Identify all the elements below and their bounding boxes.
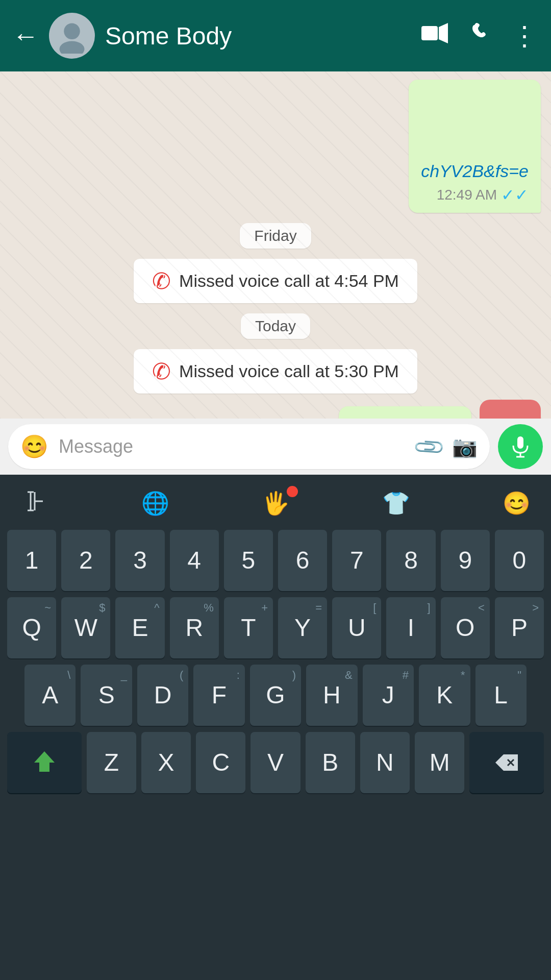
- key-o[interactable]: <O: [441, 597, 490, 658]
- back-button[interactable]: ←: [12, 20, 39, 51]
- message-input-box[interactable]: 😊 Message 📎 📷: [8, 424, 490, 469]
- shirt-key[interactable]: 👕: [375, 490, 416, 517]
- missed-call-text-2: Missed voice call at 5:30 PM: [179, 361, 399, 381]
- key-3[interactable]: 3: [115, 530, 164, 591]
- key-k[interactable]: *K: [419, 665, 470, 726]
- globe-key[interactable]: 🌐: [135, 490, 176, 517]
- number-row: 1 2 3 4 5 6 7 8 9 0: [4, 530, 547, 591]
- key-q[interactable]: ~Q: [7, 597, 56, 658]
- svg-marker-3: [439, 23, 448, 43]
- svg-marker-12: [34, 751, 55, 772]
- key-z[interactable]: Z: [87, 732, 136, 793]
- key-h[interactable]: &H: [306, 665, 357, 726]
- key-j[interactable]: #J: [363, 665, 414, 726]
- svg-rect-4: [517, 436, 523, 449]
- link-text: chYV2B&fs=e: [421, 161, 529, 181]
- emoji-button[interactable]: 😊: [20, 433, 48, 460]
- header-actions: ⋮: [421, 20, 539, 51]
- key-v[interactable]: V: [251, 732, 300, 793]
- message-text: Hy: [351, 415, 376, 419]
- key-d[interactable]: (D: [137, 665, 188, 726]
- key-x[interactable]: X: [141, 732, 191, 793]
- svg-point-1: [60, 41, 85, 54]
- key-e[interactable]: ^E: [115, 597, 164, 658]
- key-b[interactable]: B: [306, 732, 355, 793]
- key-t[interactable]: +T: [224, 597, 273, 658]
- recording-dot: [287, 486, 298, 497]
- key-n[interactable]: N: [360, 732, 410, 793]
- key-i[interactable]: ]I: [386, 597, 435, 658]
- key-s[interactable]: _S: [81, 665, 132, 726]
- key-m[interactable]: M: [415, 732, 464, 793]
- key-r[interactable]: %R: [170, 597, 219, 658]
- gesture-key[interactable]: 🖐: [255, 490, 296, 517]
- sent-message-hy[interactable]: Hy 11:15 PM 🕐: [339, 406, 471, 419]
- attach-button[interactable]: 📎: [412, 429, 447, 464]
- key-l[interactable]: "L: [475, 665, 527, 726]
- key-8[interactable]: 8: [386, 530, 435, 591]
- asdf-row: \A _S (D :F )G &H #J *K "L: [4, 665, 547, 726]
- key-c[interactable]: C: [196, 732, 245, 793]
- message-time: 12:49 AM: [437, 187, 497, 203]
- avatar[interactable]: [49, 13, 95, 59]
- key-w[interactable]: $W: [61, 597, 110, 658]
- message-input[interactable]: Message: [59, 436, 406, 457]
- mic-button[interactable]: [498, 424, 543, 469]
- date-separator-friday: Friday: [10, 223, 541, 249]
- key-4[interactable]: 4: [170, 530, 219, 591]
- key-f[interactable]: :F: [193, 665, 244, 726]
- zxcv-row: Z X C V B N M: [4, 732, 547, 793]
- more-options-icon[interactable]: ⋮: [511, 20, 539, 51]
- missed-call-icon-2: ✆: [152, 358, 171, 384]
- key-7[interactable]: 7: [332, 530, 381, 591]
- key-1[interactable]: 1: [7, 530, 56, 591]
- contact-name[interactable]: Some Body: [105, 22, 411, 50]
- sent-message-link[interactable]: chYV2B&fs=e 12:49 AM ✓✓: [409, 80, 541, 213]
- missed-call-icon: ✆: [152, 268, 171, 294]
- shift-key[interactable]: [7, 732, 82, 793]
- key-u[interactable]: [U: [332, 597, 381, 658]
- text-cursor-key[interactable]: [14, 490, 55, 517]
- keyboard-special-row: 🌐 🖐 👕 😊: [4, 483, 547, 524]
- emoji-keyboard-key[interactable]: 😊: [496, 490, 537, 517]
- key-p[interactable]: >P: [495, 597, 544, 658]
- chat-header: ← Some Body ⋮: [0, 0, 551, 71]
- svg-rect-2: [421, 26, 438, 40]
- backspace-key[interactable]: [469, 732, 544, 793]
- key-9[interactable]: 9: [441, 530, 490, 591]
- svg-point-0: [64, 23, 80, 40]
- scroll-to-bottom-button[interactable]: [480, 400, 541, 419]
- key-0[interactable]: 0: [495, 530, 544, 591]
- read-ticks: ✓✓: [501, 185, 529, 205]
- video-call-icon[interactable]: [421, 23, 448, 48]
- message-input-area: 😊 Message 📎 📷: [0, 419, 551, 475]
- camera-button[interactable]: 📷: [452, 435, 478, 459]
- key-5[interactable]: 5: [224, 530, 273, 591]
- key-a[interactable]: \A: [24, 665, 76, 726]
- missed-call-friday: ✆ Missed voice call at 4:54 PM: [10, 259, 541, 303]
- phone-icon[interactable]: [468, 22, 491, 50]
- qwerty-row: ~Q $W ^E %R +T =Y [U ]I <O >P: [4, 597, 547, 658]
- key-2[interactable]: 2: [61, 530, 110, 591]
- keyboard: 🌐 🖐 👕 😊 1 2 3 4 5 6 7 8 9 0 ~Q $W ^E %R …: [0, 475, 551, 980]
- key-6[interactable]: 6: [278, 530, 327, 591]
- missed-call-today: ✆ Missed voice call at 5:30 PM: [10, 349, 541, 394]
- chat-area: chYV2B&fs=e 12:49 AM ✓✓ Friday ✆ Missed …: [0, 71, 551, 419]
- key-g[interactable]: )G: [250, 665, 301, 726]
- date-separator-today: Today: [10, 313, 541, 339]
- missed-call-text: Missed voice call at 4:54 PM: [179, 271, 399, 291]
- key-y[interactable]: =Y: [278, 597, 327, 658]
